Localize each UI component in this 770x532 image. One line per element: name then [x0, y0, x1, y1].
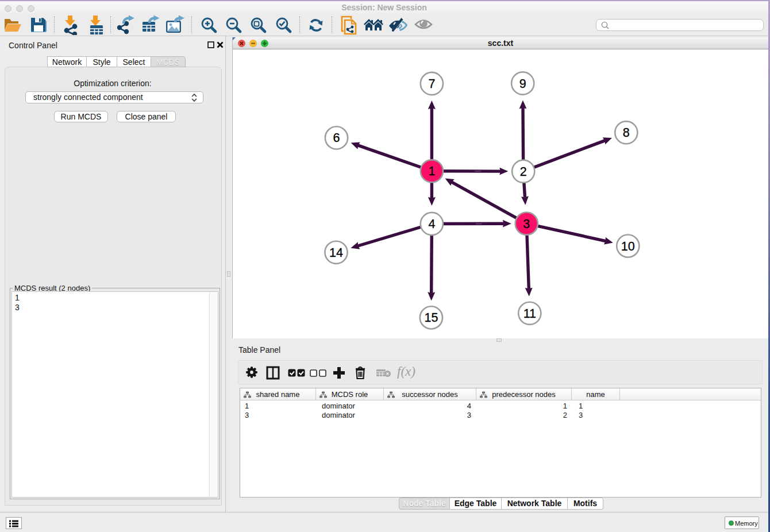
svg-text:9: 9	[519, 77, 526, 91]
svg-text:8: 8	[623, 126, 630, 140]
svg-text:3: 3	[523, 217, 530, 231]
svg-text:7: 7	[428, 77, 435, 91]
svg-text:2: 2	[520, 165, 527, 179]
svg-text:11: 11	[523, 307, 536, 321]
svg-text:1: 1	[428, 164, 435, 178]
svg-text:14: 14	[329, 246, 343, 260]
svg-text:4: 4	[428, 217, 435, 231]
svg-text:6: 6	[333, 131, 340, 145]
svg-text:15: 15	[424, 311, 438, 325]
svg-text:10: 10	[621, 240, 635, 253]
